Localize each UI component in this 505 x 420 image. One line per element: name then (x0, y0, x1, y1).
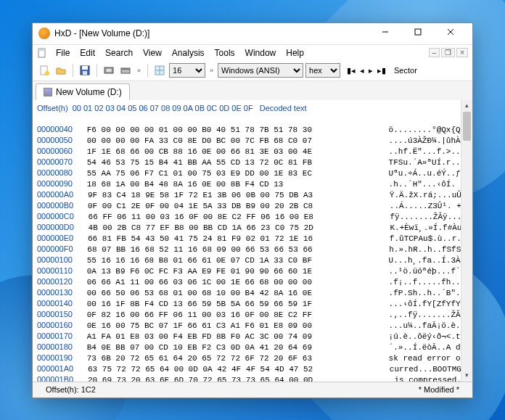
statusbar: Offset(h): 1C2 * Modified * (33, 382, 472, 398)
status-modified: * Modified * (411, 385, 467, 394)
separator (73, 64, 73, 77)
menubar: File Edit Search View Analysis Tools Win… (33, 45, 472, 61)
maximize-button[interactable] (401, 21, 434, 43)
first-sector-button[interactable]: ▮◂ (345, 66, 357, 75)
separator (147, 64, 148, 77)
svg-rect-14 (122, 69, 129, 70)
disk-icon (44, 88, 52, 96)
menu-help[interactable]: Help (282, 46, 308, 59)
app-icon (38, 28, 50, 39)
encoding-select[interactable]: Windows (ANSI) (218, 63, 303, 78)
prev-sector-button[interactable]: ◂ (358, 66, 366, 75)
svg-point-7 (45, 71, 49, 75)
disk-button[interactable] (102, 63, 116, 78)
separator (97, 64, 97, 77)
hxd-window: HxD - [New Volume (D:)] File Edit Search… (32, 22, 473, 398)
toolbar-overflow[interactable]: » (135, 67, 143, 74)
open-button[interactable] (54, 63, 68, 78)
bytes-per-row-select[interactable]: 16 (169, 63, 205, 78)
scroll-down[interactable]: ▾ (461, 370, 472, 382)
next-sector-button[interactable]: ▸ (367, 66, 374, 75)
last-sector-button[interactable]: ▸▮ (376, 66, 387, 75)
window-title: HxD - [New Volume (D:)] (54, 28, 369, 38)
tab-strip: New Volume (D:) (33, 81, 472, 100)
tab-label: New Volume (D:) (56, 87, 122, 97)
new-button[interactable] (37, 63, 52, 78)
base-select[interactable]: hex (305, 63, 340, 78)
vertical-scrollbar[interactable]: ▴ ▾ (461, 100, 472, 382)
save-button[interactable] (78, 63, 92, 78)
mdi-close[interactable]: × (456, 48, 468, 57)
mdi-controls: – ❐ × (429, 48, 468, 57)
minimize-button[interactable] (369, 21, 401, 43)
menu-search[interactable]: Search (101, 46, 137, 59)
titlebar[interactable]: HxD - [New Volume (D:)] (33, 23, 472, 45)
grid-button[interactable] (152, 63, 167, 78)
toolbar-overflow2[interactable]: » (208, 67, 215, 74)
toolbar: » 16 » Windows (ANSI) hex ▮◂ ◂ ▸ ▸▮ Sect… (33, 61, 472, 81)
mdi-restore[interactable]: ❐ (441, 48, 455, 57)
drive-button[interactable] (118, 63, 133, 78)
tab-volume[interactable]: New Volume (D:) (36, 83, 130, 100)
menu-file[interactable]: File (52, 46, 74, 59)
menu-edit[interactable]: Edit (75, 46, 99, 59)
mdi-minimize[interactable]: – (429, 48, 440, 57)
scroll-thumb[interactable] (463, 112, 471, 141)
svg-rect-10 (83, 71, 87, 75)
svg-rect-1 (415, 29, 421, 35)
menu-view[interactable]: View (139, 46, 166, 59)
hex-editor[interactable]: Offset(h) 00 01 02 03 04 05 06 07 08 09 … (33, 100, 472, 382)
sector-label: Sector (394, 66, 417, 75)
menu-analysis[interactable]: Analysis (168, 46, 209, 59)
close-button[interactable] (434, 21, 467, 43)
window-controls (369, 24, 467, 43)
status-offset: Offset(h): 1C2 (38, 385, 103, 394)
scroll-up[interactable]: ▴ (461, 100, 472, 112)
file-icon (37, 48, 47, 58)
menu-window[interactable]: Window (241, 46, 281, 59)
svg-rect-9 (82, 66, 88, 70)
menu-tools[interactable]: Tools (210, 46, 239, 59)
sector-nav: ▮◂ ◂ ▸ ▸▮ (345, 66, 387, 75)
svg-point-12 (106, 69, 112, 73)
svg-rect-5 (38, 49, 45, 51)
